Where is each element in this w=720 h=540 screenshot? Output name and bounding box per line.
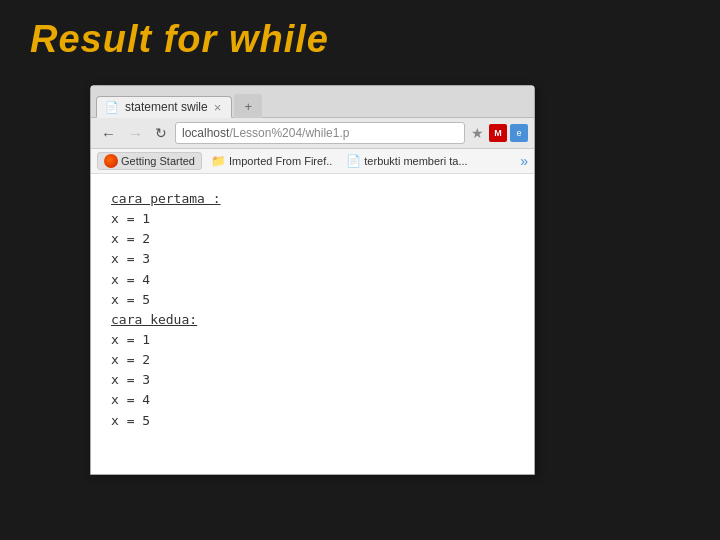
- star-icon[interactable]: ★: [469, 124, 486, 142]
- bookmark-overflow-icon[interactable]: »: [520, 153, 528, 169]
- active-tab[interactable]: 📄 statement swile ×: [96, 96, 232, 118]
- content-y1: x = 1: [111, 330, 514, 350]
- back-button[interactable]: ←: [97, 124, 120, 143]
- new-tab-button[interactable]: +: [234, 94, 262, 118]
- nav-icons: ★ M e: [469, 124, 528, 142]
- content-y5: x = 5: [111, 411, 514, 431]
- doc-icon: 📄: [346, 154, 361, 168]
- content-cara-kedua: cara kedua:: [111, 310, 514, 330]
- bookmark-getting-started[interactable]: Getting Started: [97, 152, 202, 170]
- address-domain: localhost: [182, 126, 229, 140]
- tab-label: statement swile: [125, 100, 208, 114]
- content-x4: x = 4: [111, 270, 514, 290]
- content-x2: x = 2: [111, 229, 514, 249]
- bookmark-terbukti[interactable]: 📄 terbukti memberi ta...: [341, 153, 472, 169]
- new-tab-icon: +: [245, 99, 253, 114]
- address-path: /Lesson%204/while1.p: [229, 126, 349, 140]
- page-title: Result for while: [30, 18, 690, 61]
- bookmark-imported[interactable]: 📁 Imported From Firef..: [206, 153, 337, 169]
- top-bar: Result for while: [0, 0, 720, 75]
- tab-bar: 📄 statement swile × +: [91, 86, 534, 118]
- firefox-logo-icon: [104, 154, 118, 168]
- content-y2: x = 2: [111, 350, 514, 370]
- content-x3: x = 3: [111, 249, 514, 269]
- tab-file-icon: 📄: [105, 101, 119, 114]
- reload-button[interactable]: ↻: [151, 124, 171, 142]
- content-x5: x = 5: [111, 290, 514, 310]
- folder-icon: 📁: [211, 154, 226, 168]
- content-cara-pertama: cara pertama :: [111, 189, 514, 209]
- forward-button[interactable]: →: [124, 124, 147, 143]
- extension-icon[interactable]: e: [510, 124, 528, 142]
- content-y3: x = 3: [111, 370, 514, 390]
- nav-bar: ← → ↻ localhost /Lesson%204/while1.p ★ M…: [91, 118, 534, 149]
- tab-close-button[interactable]: ×: [214, 101, 222, 114]
- bookmark-firefox-label: Getting Started: [121, 155, 195, 167]
- page-content: cara pertama : x = 1 x = 2 x = 3 x = 4 x…: [91, 174, 534, 474]
- browser-window: 📄 statement swile × + ← → ↻ localhost /L…: [90, 85, 535, 475]
- bookmark-imported-label: Imported From Firef..: [229, 155, 332, 167]
- gmail-icon[interactable]: M: [489, 124, 507, 142]
- address-bar[interactable]: localhost /Lesson%204/while1.p: [175, 122, 465, 144]
- content-x1: x = 1: [111, 209, 514, 229]
- bookmarks-bar: Getting Started 📁 Imported From Firef.. …: [91, 149, 534, 174]
- content-y4: x = 4: [111, 390, 514, 410]
- bookmark-terbukti-label: terbukti memberi ta...: [364, 155, 467, 167]
